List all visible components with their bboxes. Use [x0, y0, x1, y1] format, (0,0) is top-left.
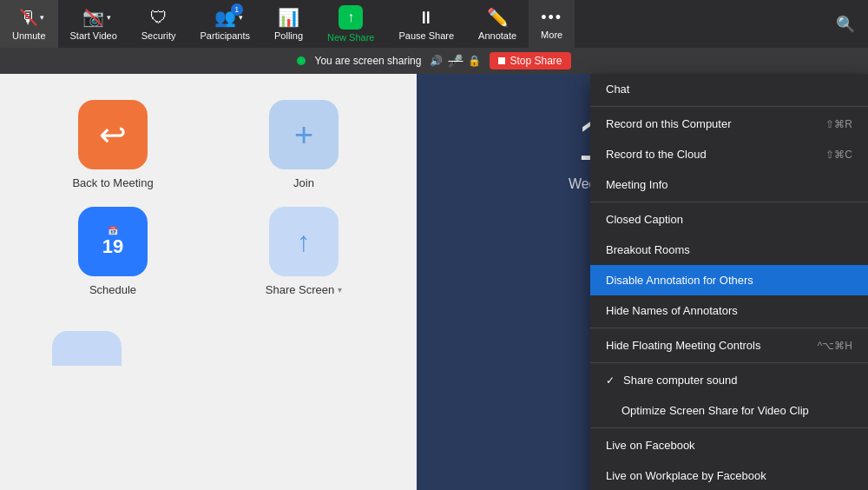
- app-grid: ↩ Back to Meeting + Join 📅 19 Schedule ↑: [35, 100, 382, 296]
- dropdown-item-share-sound[interactable]: ✓ Share computer sound: [590, 365, 868, 395]
- toolbar-item-security[interactable]: 🛡 Security: [129, 0, 188, 48]
- divider-3: [590, 328, 868, 328]
- new-share-icon: ↑: [339, 5, 363, 30]
- divider-1: [590, 106, 868, 107]
- app-item-back-to-meeting[interactable]: ↩ Back to Meeting: [35, 100, 191, 189]
- green-dot: [297, 56, 306, 65]
- share-screen-chevron: ▾: [338, 285, 342, 295]
- toolbar-item-polling[interactable]: 📊 Polling: [262, 0, 315, 48]
- toolbar-item-start-video[interactable]: 📷 ▾ Start Video: [58, 0, 129, 48]
- schedule-icon: 📅 19: [78, 207, 148, 276]
- divider-2: [590, 202, 868, 202]
- toolbar-item-unmute[interactable]: 🎙 ▾ Unmute: [0, 0, 58, 48]
- screen-share-banner: You are screen sharing 🔊 🎤 🔒 Stop Share: [0, 48, 868, 74]
- annotate-icon: ✏️: [487, 7, 509, 28]
- new-share-label: New Share: [327, 32, 374, 43]
- dropdown-item-live-facebook[interactable]: Live on Facebook: [590, 430, 868, 460]
- share-screen-label: Share Screen ▾: [266, 283, 343, 296]
- dropdown-item-record-cloud[interactable]: Record to the Cloud ⇧⌘C: [590, 139, 868, 169]
- toolbar-item-annotate[interactable]: ✏️ Annotate: [466, 0, 529, 48]
- more-icon: •••: [541, 9, 562, 27]
- participants-icon: 👥 1 ▾: [214, 7, 236, 28]
- dropdown-item-record-computer[interactable]: Record on this Computer ⇧⌘R: [590, 109, 868, 139]
- dropdown-item-optimize-video[interactable]: Optimize Screen Share for Video Clip: [590, 395, 868, 426]
- toolbar: 🎙 ▾ Unmute 📷 ▾ Start Video 🛡 Security: [0, 0, 868, 48]
- annotate-label: Annotate: [478, 30, 516, 41]
- pause-share-icon: ⏸: [418, 8, 435, 28]
- share-screen-icon: ↑: [269, 207, 339, 276]
- mic-icon: 🎙 ▾: [20, 8, 37, 28]
- dropdown-item-meeting-info[interactable]: Meeting Info: [590, 169, 868, 200]
- video-icon: 📷 ▾: [82, 7, 104, 28]
- stop-share-label: Stop Share: [510, 55, 562, 67]
- stop-share-button[interactable]: Stop Share: [490, 52, 570, 70]
- toolbar-item-participants[interactable]: 👥 1 ▾ Participants: [188, 0, 262, 48]
- speaker-icon: 🔊: [430, 55, 443, 67]
- lock-icon: 🔒: [468, 55, 481, 67]
- back-to-meeting-icon: ↩: [78, 100, 148, 169]
- toolbar-item-more[interactable]: ••• More: [529, 0, 575, 48]
- share-sound-checkmark: ✓: [606, 374, 615, 387]
- dropdown-item-chat[interactable]: Chat: [590, 74, 868, 104]
- dropdown-item-breakout-rooms[interactable]: Breakout Rooms: [590, 235, 868, 265]
- join-label: Join: [293, 176, 314, 189]
- start-video-label: Start Video: [70, 30, 117, 41]
- toolbar-item-new-share[interactable]: ↑ New Share: [315, 0, 386, 48]
- dropdown-item-closed-caption[interactable]: Closed Caption: [590, 204, 868, 235]
- dropdown-item-hide-floating[interactable]: Hide Floating Meeting Controls ^⌥⌘H: [590, 330, 868, 361]
- polling-label: Polling: [274, 30, 303, 41]
- app-item-join[interactable]: + Join: [226, 100, 382, 189]
- participants-label: Participants: [201, 30, 250, 41]
- stop-square-icon: [498, 57, 505, 64]
- app-item-schedule[interactable]: 📅 19 Schedule: [35, 207, 191, 296]
- app-item-share-screen[interactable]: ↑ Share Screen ▾: [226, 207, 382, 296]
- dropdown-item-hide-annotators[interactable]: Hide Names of Annotators: [590, 295, 868, 326]
- app-item-partial: [52, 331, 122, 366]
- search-icon: 🔍: [836, 15, 855, 34]
- toolbar-item-pause-share[interactable]: ⏸ Pause Share: [386, 0, 466, 48]
- unmute-label: Unmute: [12, 30, 46, 41]
- pause-share-label: Pause Share: [398, 30, 454, 41]
- schedule-label: Schedule: [89, 283, 136, 296]
- join-icon: +: [269, 100, 339, 169]
- divider-5: [590, 427, 868, 428]
- security-icon: 🛡: [150, 8, 168, 28]
- left-panel: ↩ Back to Meeting + Join 📅 19 Schedule ↑: [0, 74, 417, 490]
- partial-icon: [52, 331, 122, 366]
- mic-muted-icon: 🎤: [448, 54, 463, 68]
- divider-4: [590, 362, 868, 363]
- more-label: More: [541, 30, 562, 40]
- security-label: Security: [141, 30, 176, 41]
- unmute-chevron: ▾: [40, 13, 44, 22]
- main-area: ↩ Back to Meeting + Join 📅 19 Schedule ↑: [0, 74, 868, 490]
- banner-text: You are screen sharing: [314, 55, 421, 67]
- participants-chevron: ▾: [239, 13, 243, 22]
- dropdown-item-live-workplace[interactable]: Live on Workplace by Facebook: [590, 460, 868, 490]
- banner-icons: 🔊 🎤 🔒: [430, 54, 481, 68]
- search-button[interactable]: 🔍: [828, 7, 863, 42]
- video-chevron: ▾: [107, 13, 111, 22]
- polling-icon: 📊: [278, 7, 299, 28]
- back-to-meeting-label: Back to Meeting: [72, 176, 153, 189]
- more-dropdown-menu: Chat Record on this Computer ⇧⌘R Record …: [590, 74, 868, 490]
- dropdown-item-disable-annotation[interactable]: Disable Annotation for Others: [590, 265, 868, 295]
